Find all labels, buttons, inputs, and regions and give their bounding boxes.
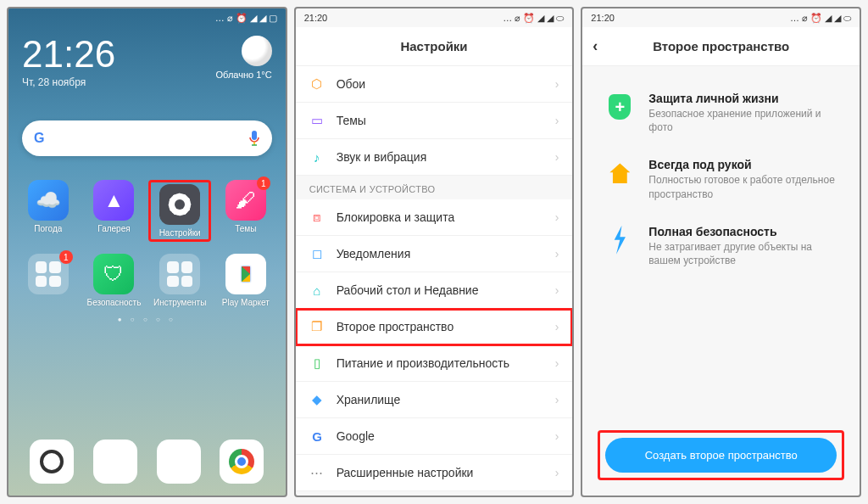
phone-settings-list: 21:20 …⌀⏰◢◢⬭ Настройки ⬡ Обои › ▭ Темы ›…: [294, 7, 575, 497]
settings-app-icon: [159, 184, 200, 225]
gallery-app-icon: ▲: [93, 180, 134, 221]
app-settings[interactable]: Настройки: [148, 180, 211, 242]
app-folder[interactable]: 1: [17, 254, 80, 307]
date-display: Чт, 28 ноября: [22, 76, 115, 88]
second-space-icon: ❐: [309, 319, 325, 334]
chevron-right-icon: ›: [555, 466, 559, 479]
chevron-right-icon: ›: [555, 77, 559, 91]
status-time: 21:20: [591, 13, 615, 23]
google-icon: G: [309, 428, 325, 444]
status-time: 21:20: [304, 13, 328, 23]
phone-second-space-intro: 21:20 …⌀⏰◢◢⬭ ‹ Второе пространство + Защ…: [581, 7, 861, 497]
chevron-right-icon: ›: [555, 114, 559, 127]
app-gallery[interactable]: ▲ Галерея: [83, 180, 146, 242]
weather-text: Облачно 1°C: [216, 70, 272, 80]
status-bar: 21:20 …⌀⏰◢◢⬭: [296, 8, 573, 27]
dock-messages[interactable]: [157, 440, 201, 484]
dock-chrome[interactable]: [220, 440, 264, 484]
sound-icon: ♪: [309, 149, 325, 165]
chevron-right-icon: ›: [555, 429, 559, 443]
section-header: СИСТЕМА И УСТРОЙСТВО: [296, 176, 573, 199]
advanced-icon: ⋯: [309, 465, 325, 480]
settings-list: ⬡ Обои › ▭ Темы › ♪ Звук и вибрация › СИ…: [296, 66, 573, 491]
notification-icon: ◻: [309, 246, 325, 261]
bolt-icon: [604, 225, 635, 255]
dock: ✆: [8, 431, 286, 496]
mic-icon[interactable]: [248, 130, 260, 147]
page-title: Второе пространство: [653, 39, 789, 53]
row-storage[interactable]: ◆ Хранилище ›: [296, 382, 573, 418]
app-security[interactable]: 🛡 Безопасность: [83, 254, 146, 307]
row-battery[interactable]: ▯ Питание и производительность ›: [296, 345, 573, 382]
status-icons: …⌀⏰◢◢⬭: [503, 13, 564, 24]
app-weather[interactable]: ☁️ Погода: [17, 180, 80, 242]
play-store-icon: [225, 254, 266, 294]
status-icons: …⌀⏰◢◢⬭: [790, 13, 851, 24]
shield-icon: +: [604, 92, 635, 122]
status-icons: …⌀⏰◢◢▢: [215, 13, 277, 24]
cta-wrap: Создать второе пространство: [582, 422, 860, 496]
title-bar: Настройки: [296, 27, 573, 66]
battery-icon: ▯: [309, 356, 325, 371]
weather-app-icon: ☁️: [28, 180, 69, 221]
dock-camera[interactable]: [30, 440, 74, 484]
themes-icon: ▭: [309, 113, 325, 128]
chevron-right-icon: ›: [555, 356, 559, 370]
wallpaper-icon: ⬡: [309, 76, 325, 92]
phone-home-screen: …⌀⏰◢◢▢ 21:26 Чт, 28 ноября Облачно 1°C G…: [7, 7, 287, 497]
google-search-bar[interactable]: G: [22, 120, 272, 156]
security-app-icon: 🛡: [93, 254, 134, 294]
row-sound[interactable]: ♪ Звук и вибрация ›: [296, 139, 573, 176]
storage-icon: ◆: [309, 392, 325, 407]
intro-block: + Защита личной жизни Безопасное хранени…: [582, 66, 860, 316]
chevron-right-icon: ›: [555, 320, 559, 333]
row-google[interactable]: G Google ›: [296, 418, 573, 455]
badge: 1: [59, 250, 73, 264]
intro-security: Полная безопасность Не затрагивает други…: [604, 225, 837, 267]
weather-widget[interactable]: Облачно 1°C: [216, 36, 272, 80]
row-home[interactable]: ⌂ Рабочий стол и Недавние ›: [296, 272, 573, 309]
cta-highlight: Создать второе пространство: [598, 430, 844, 480]
chevron-right-icon: ›: [555, 393, 559, 406]
google-logo-icon: G: [34, 131, 43, 146]
home-icon: [604, 158, 635, 188]
lock-icon: ⧈: [309, 210, 325, 225]
chevron-right-icon: ›: [555, 150, 559, 164]
create-second-space-button[interactable]: Создать второе пространство: [605, 438, 837, 473]
tools-folder-icon: [159, 254, 200, 294]
status-bar: 21:20 …⌀⏰◢◢⬭: [582, 8, 860, 27]
dock-phone[interactable]: ✆: [93, 440, 137, 484]
row-advanced[interactable]: ⋯ Расширенные настройки ›: [296, 455, 573, 491]
home-icon: ⌂: [309, 283, 325, 298]
page-indicator: ● ○ ○ ○ ○: [8, 316, 286, 323]
back-button[interactable]: ‹: [593, 37, 598, 55]
intro-handy: Всегда под рукой Полностью готовое к раб…: [604, 158, 837, 200]
row-themes[interactable]: ▭ Темы ›: [296, 103, 573, 139]
status-bar: …⌀⏰◢◢▢: [8, 8, 286, 27]
row-lock[interactable]: ⧈ Блокировка и защита ›: [296, 199, 573, 236]
title-bar: ‹ Второе пространство: [582, 27, 860, 66]
clock-widget[interactable]: 21:26 Чт, 28 ноября: [22, 36, 115, 88]
app-playmarket[interactable]: Play Маркет: [214, 254, 277, 307]
weather-icon: [242, 36, 272, 66]
chevron-right-icon: ›: [555, 247, 559, 260]
app-themes[interactable]: 1 🖌 Темы: [214, 180, 277, 242]
intro-privacy: + Защита личной жизни Безопасное хранени…: [604, 92, 837, 134]
row-notifications[interactable]: ◻ Уведомления ›: [296, 236, 573, 272]
app-grid: ☁️ Погода ▲ Галерея Настройки 1 🖌 Темы 1…: [17, 180, 277, 307]
page-title: Настройки: [400, 39, 467, 53]
row-wallpaper[interactable]: ⬡ Обои ›: [296, 66, 573, 103]
app-tools[interactable]: Инструменты: [148, 254, 211, 307]
row-second-space[interactable]: ❐ Второе пространство ›: [296, 309, 573, 345]
badge: 1: [257, 176, 270, 190]
chevron-right-icon: ›: [555, 210, 559, 224]
time-display: 21:26: [22, 36, 115, 73]
chevron-right-icon: ›: [555, 283, 559, 297]
svg-rect-0: [252, 131, 257, 140]
